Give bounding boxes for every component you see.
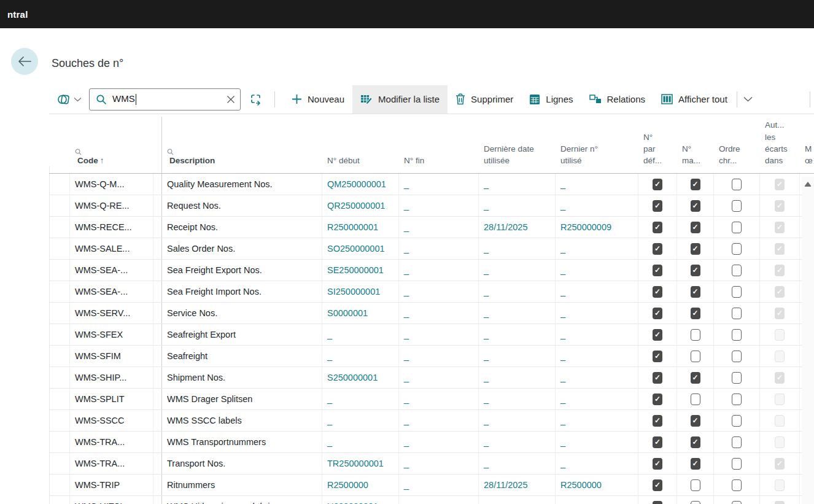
cell-code[interactable]: WMS-SSCC (70, 410, 153, 431)
cell-description[interactable]: Service Nos. (162, 303, 322, 324)
header-starting-no[interactable]: N° début (322, 155, 399, 173)
cell-ending-no[interactable]: _ (399, 389, 479, 409)
clear-search-icon[interactable] (227, 95, 235, 104)
row-selector-cell[interactable] (49, 324, 70, 345)
cell-description[interactable]: WMS Transportnummers (162, 432, 322, 452)
cell-ending-no[interactable]: _ (399, 410, 479, 431)
table-row[interactable]: WMS-UITSL WMS Uitlevering vrachtbrieven … (49, 496, 814, 504)
row-selector-cell[interactable] (49, 410, 70, 431)
checkbox-manual-nos[interactable] (691, 329, 700, 341)
checkbox-chronological-order[interactable] (732, 415, 742, 427)
cell-ending-no[interactable]: _ (399, 324, 479, 345)
cell-starting-no[interactable]: SI250000001 (322, 281, 399, 302)
cell-last-date-used[interactable]: _ (479, 260, 556, 281)
cell-starting-no[interactable]: S250000001 (322, 367, 399, 388)
cell-description[interactable]: WMS Uitlevering vrachtbrieven (162, 496, 322, 504)
cell-code[interactable]: WMS-SEA-... (70, 281, 153, 302)
cell-last-date-used[interactable]: _ (479, 410, 556, 431)
cell-code[interactable]: WMS-SFEX (70, 324, 153, 345)
row-selector-cell[interactable] (49, 432, 70, 452)
checkbox-default-nos[interactable]: ✓ (653, 265, 662, 276)
cell-last-no-used[interactable]: _ (556, 238, 638, 259)
cell-code[interactable]: WMS-SHIP... (70, 367, 153, 388)
cell-starting-no[interactable]: TR250000001 (322, 453, 399, 474)
cell-description[interactable]: Quality Measurement Nos. (162, 174, 322, 195)
checkbox-default-nos[interactable]: ✓ (653, 329, 662, 341)
cell-description[interactable]: Ritnummers (162, 475, 322, 495)
cell-last-date-used[interactable]: _ (479, 453, 556, 474)
cell-starting-no[interactable]: _ (322, 410, 399, 431)
cell-ending-no[interactable]: _ (399, 475, 479, 495)
cell-description[interactable]: Receipt Nos. (162, 217, 322, 238)
cell-code[interactable]: WMS-TRIP (70, 475, 153, 495)
cell-last-date-used[interactable]: _ (479, 195, 556, 216)
table-row[interactable]: WMS-TRIP Ritnummers R2500000 _ 28/11/202… (49, 475, 814, 496)
cell-last-date-used[interactable]: _ (479, 367, 556, 388)
cell-last-date-used[interactable]: _ (479, 432, 556, 452)
checkbox-chronological-order[interactable] (732, 329, 742, 341)
checkbox-manual-nos[interactable]: ✓ (691, 436, 700, 448)
cell-ending-no[interactable]: _ (399, 217, 479, 238)
checkbox-chronological-order[interactable] (732, 436, 742, 448)
checkbox-default-nos[interactable]: ✓ (653, 479, 662, 491)
cell-last-no-used[interactable]: _ (556, 303, 638, 324)
cell-starting-no[interactable]: S0000001 (322, 303, 399, 324)
cell-last-no-used[interactable]: R250000009 (556, 217, 638, 238)
lines-button[interactable]: Lignes (521, 85, 581, 114)
checkbox-default-nos[interactable]: ✓ (653, 351, 662, 362)
header-allow-gaps[interactable]: Aut... les écarts dans (760, 119, 800, 173)
checkbox-manual-nos[interactable]: ✓ (691, 179, 700, 190)
row-selector-cell[interactable] (49, 346, 70, 366)
cell-starting-no[interactable]: _ (322, 324, 399, 345)
table-row[interactable]: WMS-SPLIT WMS Drager Splitsen _ _ _ _ ✓ (49, 389, 814, 410)
checkbox-manual-nos[interactable]: ✓ (691, 222, 700, 233)
header-ending-no[interactable]: N° fin (399, 155, 479, 173)
checkbox-manual-nos[interactable]: ✓ (691, 372, 700, 384)
cell-code[interactable]: WMS-SALE... (70, 238, 153, 259)
cell-last-date-used[interactable]: _ (479, 238, 556, 259)
checkbox-default-nos[interactable]: ✓ (653, 372, 662, 384)
checkbox-chronological-order[interactable] (732, 286, 742, 298)
cell-starting-no[interactable]: QR250000001 (322, 195, 399, 216)
cell-ending-no[interactable]: _ (399, 432, 479, 452)
cell-description[interactable]: Transport Nos. (162, 453, 322, 474)
cell-last-no-used[interactable]: _ (556, 324, 638, 345)
header-truncated-column[interactable]: M œ (800, 143, 814, 173)
checkbox-chronological-order[interactable] (732, 479, 742, 491)
cell-ending-no[interactable]: _ (399, 195, 479, 216)
cell-code[interactable]: WMS-SEA-... (70, 260, 153, 281)
checkbox-chronological-order[interactable] (732, 179, 742, 190)
header-chronological-order[interactable]: Ordre chr... (714, 143, 760, 173)
checkbox-default-nos[interactable]: ✓ (653, 458, 662, 470)
table-row[interactable]: WMS-SSCC WMS SSCC labels _ _ _ _ ✓ ✓ (49, 410, 814, 432)
cell-last-no-used[interactable]: _ (556, 496, 638, 504)
cell-last-date-used[interactable]: _ (479, 281, 556, 302)
cell-code[interactable]: WMS-Q-M... (70, 174, 153, 195)
row-selector-cell[interactable] (49, 281, 70, 302)
show-all-button[interactable]: Afficher tout (653, 85, 735, 114)
cell-starting-no[interactable]: _ (322, 432, 399, 452)
table-row[interactable]: WMS-TRA... Transport Nos. TR250000001 _ … (49, 453, 814, 475)
vertical-scrollbar[interactable] (802, 177, 814, 504)
checkbox-manual-nos[interactable]: ✓ (691, 458, 700, 470)
table-row[interactable]: WMS-SFEX Seafreight Export _ _ _ _ ✓ (49, 324, 814, 346)
checkbox-manual-nos[interactable] (691, 394, 700, 405)
header-default-nos[interactable]: N° par déf... (638, 131, 677, 173)
checkbox-manual-nos[interactable]: ✓ (691, 415, 700, 427)
checkbox-manual-nos[interactable]: ✓ (691, 243, 700, 255)
cell-ending-no[interactable]: _ (399, 346, 479, 366)
cell-description[interactable]: Sea Freight Import Nos. (162, 281, 322, 302)
cell-code[interactable]: WMS-SERV... (70, 303, 153, 324)
cell-description[interactable]: Seafreight (162, 346, 322, 366)
analyze-icon[interactable] (249, 93, 263, 106)
cell-description[interactable]: Shipment Nos. (162, 367, 322, 388)
cell-description[interactable]: WMS Drager Splitsen (162, 389, 322, 409)
more-actions-chevron[interactable] (737, 96, 759, 102)
table-row[interactable]: WMS-SALE... Sales Order Nos. SO250000001… (49, 238, 814, 260)
header-last-no-used[interactable]: Dernier n° utilisé (556, 143, 638, 173)
cell-code[interactable]: WMS-UITSL (70, 496, 153, 504)
cell-ending-no[interactable]: _ (399, 496, 479, 504)
delete-button[interactable]: Supprimer (448, 85, 521, 114)
table-row[interactable]: WMS-SFIM Seafreight _ _ _ _ ✓ (49, 346, 814, 367)
row-selector-cell[interactable] (49, 217, 70, 238)
